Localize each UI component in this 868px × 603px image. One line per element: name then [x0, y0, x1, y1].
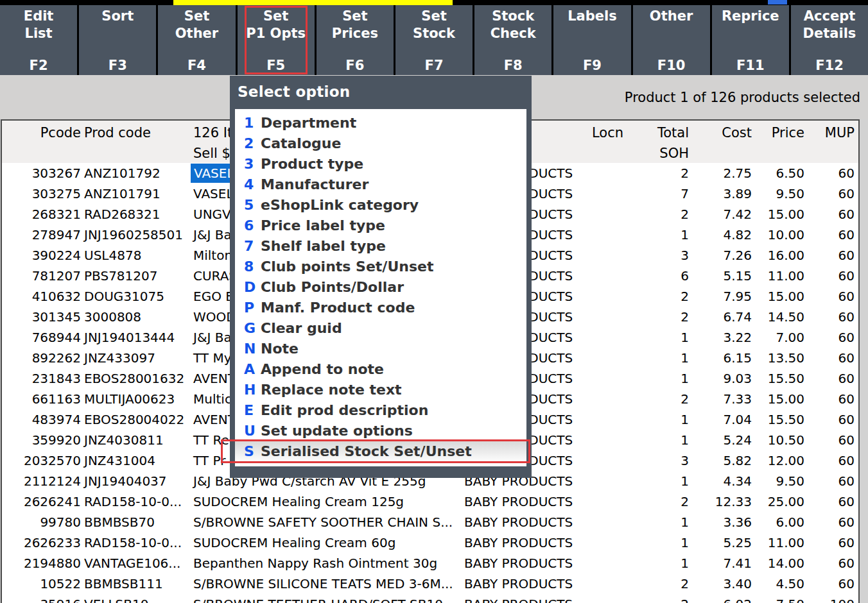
table-row[interactable]: 10522BBMBSB111S/BROWNE SILICONE TEATS ME…	[2, 573, 858, 594]
cell-pcode: 892262	[4, 348, 81, 368]
menu-item-d[interactable]: DClub Points/Dollar	[235, 277, 526, 298]
toolbar-button-f8[interactable]: Stock CheckF8	[474, 5, 551, 75]
cell-total-soh: 2	[636, 307, 689, 327]
menu-item-key: H	[244, 380, 261, 400]
menu-item-p[interactable]: PManf. Product code	[235, 298, 526, 318]
cell-mup: 60	[802, 286, 855, 307]
cell-prod-code: JNJ1960258501	[84, 225, 183, 245]
button-label: Stock Check	[474, 8, 551, 42]
cell-product-name: Milton	[193, 245, 232, 266]
cell-pcode: 2194880	[4, 553, 81, 573]
cell-pcode: 303267	[4, 163, 81, 183]
table-row[interactable]: 2626233RAD158-10-0...SUDOCREM Healing Cr…	[2, 532, 858, 553]
cell-product-name: Bepanthen Nappy Rash Ointment 30g	[193, 553, 437, 573]
toolbar-button-f2[interactable]: Edit ListF2	[0, 5, 77, 75]
table-row[interactable]: 2626241RAD158-10-0...SUDOCREM Healing Cr…	[2, 491, 858, 512]
cell-mup: 60	[802, 183, 855, 204]
menu-item-1[interactable]: 1Department	[235, 113, 526, 133]
toolbar-button-f6[interactable]: Set PricesF6	[317, 5, 394, 75]
cell-mup: 60	[802, 553, 855, 573]
header-cost: Cost	[699, 125, 752, 140]
menu-item-label: Note	[261, 341, 299, 357]
table-row[interactable]: 35916VELLSB10S/BROWNE TEETHER HARD/SOFT …	[2, 594, 858, 603]
menu-item-key: N	[244, 339, 261, 359]
cell-price: 4.50	[752, 573, 804, 594]
cell-mup: 60	[802, 266, 855, 286]
header-total: Total	[636, 125, 689, 140]
cell-prod-code: JNZ4030811	[84, 430, 164, 450]
cell-cost: 4.82	[699, 225, 752, 245]
cell-department: BABY PRODUCTS	[464, 512, 573, 532]
cell-total-soh: 3	[636, 450, 689, 471]
cell-cost: 7.33	[699, 389, 752, 409]
cell-prod-code: JNZ433097	[84, 348, 155, 368]
menu-item-key: P	[244, 298, 261, 318]
button-label: Sort	[79, 8, 156, 25]
toolbar-button-f11[interactable]: RepriceF11	[712, 5, 789, 75]
menu-item-5[interactable]: 5eShopLink category	[235, 195, 526, 216]
menu-item-8[interactable]: 8Club points Set/Unset	[235, 257, 526, 277]
toolbar-button-f7[interactable]: Set StockF7	[395, 5, 473, 75]
menu-item-7[interactable]: 7Shelf label type	[235, 236, 526, 257]
menu-item-2[interactable]: 2Catalogue	[235, 133, 526, 154]
cell-product-name: Multic	[193, 389, 232, 409]
table-row[interactable]: 99780BBMBSB70S/BROWNE SAFETY SOOTHER CHA…	[2, 512, 858, 532]
cell-price: 7.00	[752, 327, 804, 348]
menu-item-key: A	[244, 359, 261, 380]
header-price: Price	[752, 125, 804, 140]
menu-item-label: Catalogue	[261, 135, 341, 151]
cell-prod-code: VELLSB10	[84, 594, 148, 603]
cell-prod-code: ANZ101791	[84, 183, 161, 204]
cell-price: 9.50	[752, 471, 804, 491]
cell-mup: 60	[802, 573, 855, 594]
cell-department: BABY PRODUCTS	[464, 594, 573, 603]
menu-item-key: E	[244, 400, 261, 421]
toolbar-button-f3[interactable]: SortF3	[79, 5, 156, 75]
menu-item-label: Product type	[261, 156, 363, 172]
cell-price: 15.00	[752, 389, 804, 409]
menu-item-list: 1Department2Catalogue3Product type4Manuf…	[235, 109, 526, 466]
cell-cost: 12.33	[699, 491, 752, 512]
table-row[interactable]: 2194880VANTAGE106...Bepanthen Nappy Rash…	[2, 553, 858, 573]
button-fkey-label: F4	[158, 58, 235, 73]
cell-total-soh: 1	[636, 327, 689, 348]
toolbar-button-f10[interactable]: OtherF10	[633, 5, 710, 75]
yellow-strip	[173, 0, 453, 5]
cell-mup: 60	[802, 491, 855, 512]
menu-item-g[interactable]: GClear guid	[235, 318, 526, 339]
menu-item-4[interactable]: 4Manufacturer	[235, 174, 526, 195]
menu-item-key: U	[244, 421, 261, 441]
serialised-stock-annotation-box	[221, 439, 530, 463]
cell-pcode: 661163	[4, 389, 81, 409]
toolbar-button-f12[interactable]: Accept DetailsF12	[791, 5, 868, 75]
cell-price: 11.00	[752, 532, 804, 553]
titlebar-icon-fragment	[768, 0, 787, 4]
cell-prod-code: RAD158-10-0...	[84, 532, 182, 553]
cell-product-name: EGO E	[193, 286, 234, 307]
cell-total-soh: 2	[636, 286, 689, 307]
toolbar-button-f5[interactable]: Set P1 OptsF5	[238, 5, 315, 75]
cell-prod-code: MULTIJA00623	[84, 389, 175, 409]
menu-item-a[interactable]: AAppend to note	[235, 359, 526, 380]
menu-item-3[interactable]: 3Product type	[235, 154, 526, 174]
menu-item-u[interactable]: USet update options	[235, 421, 526, 441]
menu-item-label: Set update options	[261, 423, 413, 439]
cell-price: 12.00	[752, 450, 804, 471]
menu-item-e[interactable]: EEdit prod description	[235, 400, 526, 421]
menu-item-n[interactable]: NNote	[235, 339, 526, 359]
cell-pcode: 781207	[4, 266, 81, 286]
menu-item-h[interactable]: HReplace note text	[235, 380, 526, 400]
cell-pcode: 2112124	[4, 471, 81, 491]
cell-cost: 7.95	[699, 286, 752, 307]
menu-item-key: 2	[244, 133, 261, 154]
cell-prod-code: USL4878	[84, 245, 141, 266]
cell-cost: 5.15	[699, 266, 752, 286]
toolbar-button-f4[interactable]: Set OtherF4	[158, 5, 235, 75]
toolbar-button-f9[interactable]: LabelsF9	[553, 5, 630, 75]
cell-price: 10.50	[752, 430, 804, 450]
menu-item-s[interactable]: SSerialised Stock Set/Unset	[235, 441, 526, 462]
menu-item-label: Club Points/Dollar	[261, 279, 404, 295]
cell-cost: 9.03	[699, 368, 752, 389]
cell-total-soh: 3	[636, 245, 689, 266]
menu-item-6[interactable]: 6Price label type	[235, 216, 526, 236]
